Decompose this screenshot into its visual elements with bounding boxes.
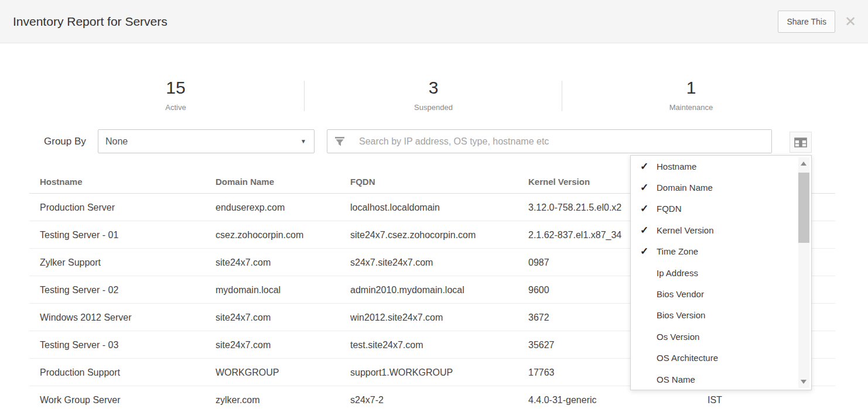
cell-domain-name: site24x7.com	[216, 331, 271, 359]
column-menu-item-label: OS Name	[657, 374, 695, 384]
cell-fqdn: support1.WORKGROUP	[350, 359, 453, 386]
cell-domain-name: enduserexp.com	[216, 194, 285, 221]
status-stat: 15 Active	[47, 78, 305, 112]
controls-row: Group By None ▼	[0, 129, 868, 153]
cell-kernel-version: 0987	[528, 249, 549, 276]
column-chooser-button[interactable]	[790, 132, 812, 153]
check-icon: ✓	[640, 181, 653, 194]
stat-value: 1	[562, 78, 820, 98]
cell-domain-name: site24x7.com	[216, 304, 271, 331]
stat-label: Suspended	[305, 103, 562, 112]
cell-hostname: Production Server	[40, 194, 115, 221]
scrollbar-thumb[interactable]	[798, 173, 809, 243]
cell-hostname: Testing Server - 01	[40, 221, 118, 249]
status-stat: 3 Suspended	[305, 78, 562, 112]
column-menu-item-label: Ip Address	[657, 268, 698, 278]
cell-hostname: Testing Server - 02	[40, 276, 118, 304]
stat-value: 3	[305, 78, 562, 98]
check-icon: ✓	[640, 160, 653, 173]
cell-domain-name: mydomain.local	[216, 276, 281, 304]
column-menu-item[interactable]: Bios Vendor	[631, 283, 798, 304]
column-menu-item[interactable]: ✓ Domain Name	[631, 177, 798, 198]
cell-domain-name: zylker.com	[216, 386, 260, 409]
column-header[interactable]: Domain Name	[216, 170, 274, 194]
column-menu-item-label: Time Zone	[657, 246, 698, 256]
cell-hostname: Production Support	[40, 359, 120, 386]
cell-hostname: Testing Server - 03	[40, 331, 118, 359]
cell-domain-name: csez.zohocorpin.com	[216, 221, 303, 249]
close-icon[interactable]: ✕	[845, 15, 856, 29]
cell-domain-name: WORKGROUP	[216, 359, 279, 386]
cell-fqdn: localhost.localdomain	[350, 194, 440, 221]
column-menu-item-label: OS Architecture	[657, 353, 718, 363]
column-menu-item[interactable]: Bios Version	[631, 305, 798, 326]
title-bar: Inventory Report for Servers Share This …	[0, 0, 868, 43]
column-header[interactable]: Kernel Version	[528, 170, 590, 194]
funnel-icon	[334, 136, 346, 147]
column-chooser-menu: ✓ Hostname ✓ Domain Name ✓ FQDN ✓ Kernel…	[630, 155, 812, 390]
column-menu-list: ✓ Hostname ✓ Domain Name ✓ FQDN ✓ Kernel…	[631, 156, 798, 390]
column-header[interactable]: Hostname	[40, 170, 83, 194]
group-by-label: Group By	[44, 129, 86, 153]
column-menu-item[interactable]: ✓ Kernel Version	[631, 219, 798, 240]
status-stat: 1 Maintenance	[562, 78, 820, 112]
column-menu-item-label: Domain Name	[657, 183, 713, 193]
search-input[interactable]	[352, 129, 772, 153]
column-menu-item[interactable]: Os Version	[631, 326, 798, 347]
stat-label: Active	[47, 103, 305, 112]
page-title: Inventory Report for Servers	[13, 0, 168, 43]
cell-fqdn: win2012.site24x7.com	[350, 304, 443, 331]
check-icon: ✓	[640, 224, 653, 236]
scroll-down-icon[interactable]	[801, 380, 807, 384]
menu-scrollbar[interactable]	[798, 157, 809, 388]
scroll-up-icon[interactable]	[801, 161, 807, 166]
column-menu-item[interactable]: OS Name	[631, 369, 798, 390]
table-grid-icon	[794, 138, 807, 147]
cell-hostname: Zylker Support	[40, 249, 101, 276]
filter-button[interactable]	[327, 129, 353, 153]
cell-kernel-version: 3672	[528, 304, 549, 331]
title-bar-actions: Share This ✕	[778, 0, 856, 43]
column-menu-item[interactable]: ✓ FQDN	[631, 198, 798, 219]
group-by-selected-value: None	[105, 130, 128, 153]
column-menu-item[interactable]: ✓ Hostname	[631, 156, 798, 177]
cell-hostname: Work Group Server	[40, 386, 121, 409]
column-menu-item-label: FQDN	[657, 204, 682, 214]
group-by-select[interactable]: None ▼	[98, 129, 315, 153]
status-summary: 15 Active 3 Suspended 1 Maintenance	[47, 78, 820, 112]
column-menu-item[interactable]: Ip Address	[631, 262, 798, 283]
column-menu-item-label: Hostname	[657, 161, 696, 171]
check-icon: ✓	[640, 245, 653, 257]
column-header[interactable]: FQDN	[350, 170, 375, 194]
column-menu-item-label: Kernel Version	[657, 225, 714, 235]
cell-hostname: Windows 2012 Server	[40, 304, 132, 331]
cell-fqdn: test.site24x7.com	[350, 331, 423, 359]
stat-value: 15	[47, 78, 305, 98]
cell-fqdn: s24x7.site24x7.com	[350, 249, 433, 276]
cell-kernel-version: 9600	[528, 276, 549, 304]
column-menu-item[interactable]: OS Architecture	[631, 348, 798, 369]
share-this-button[interactable]: Share This	[778, 11, 835, 33]
cell-fqdn: site24x7.csez.zohocorpin.com	[350, 221, 476, 249]
cell-kernel-version: 17763	[528, 359, 555, 386]
column-menu-item-label: Bios Vendor	[657, 289, 704, 299]
cell-kernel-version: 35627	[528, 331, 555, 359]
cell-kernel-version: 2.1.62-837.el1.x87_34	[528, 221, 621, 249]
cell-kernel-version: 4.4.0-31-generic	[528, 386, 597, 409]
chevron-down-icon: ▼	[300, 130, 306, 153]
stat-label: Maintenance	[562, 103, 820, 112]
cell-fqdn: admin2010.mydomain.local	[350, 276, 464, 304]
column-menu-item-label: Bios Version	[657, 310, 705, 320]
column-menu-item-label: Os Version	[657, 332, 699, 342]
check-icon: ✓	[640, 202, 653, 215]
cell-domain-name: site24x7.com	[216, 249, 271, 276]
cell-fqdn: s24x7-2	[350, 386, 384, 409]
column-menu-item[interactable]: ✓ Time Zone	[631, 241, 798, 262]
cell-kernel-version: 3.12.0-758.21.5.el0.x2	[528, 194, 621, 221]
